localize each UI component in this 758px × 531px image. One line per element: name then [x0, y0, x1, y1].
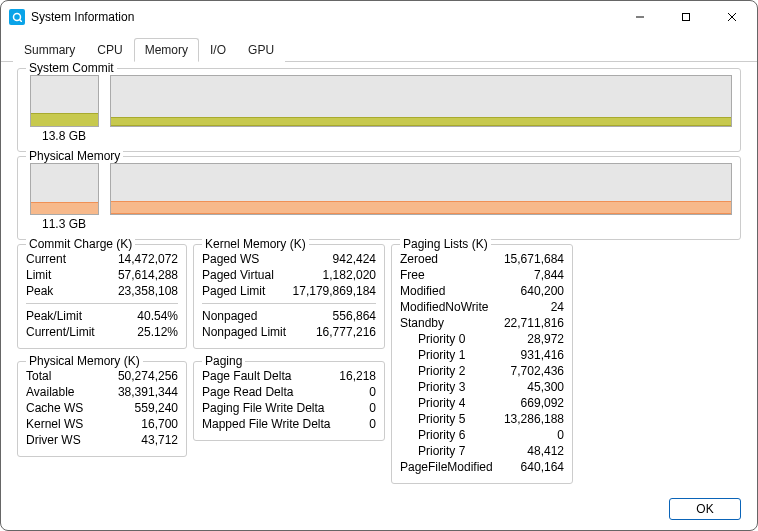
graph-legend: System Commit [26, 61, 117, 75]
window: { "window": { "title": "System Informati… [0, 0, 758, 531]
stat-row: Priority 60 [400, 427, 564, 443]
phys-caption: 11.3 GB [26, 217, 102, 231]
stat-value: 45,300 [527, 379, 564, 395]
stat-row: Priority 028,972 [400, 331, 564, 347]
stat-value: 22,711,816 [504, 315, 564, 331]
stat-row: PageFileModified640,164 [400, 459, 564, 475]
group-legend: Paging [202, 354, 245, 368]
stat-value: 0 [557, 427, 564, 443]
tab-summary[interactable]: Summary [13, 38, 86, 62]
stat-label: Driver WS [26, 432, 81, 448]
stat-label: Paged Virtual [202, 267, 274, 283]
titlebar: System Information [1, 1, 757, 33]
stat-value: 48,412 [527, 443, 564, 459]
stat-label: Priority 0 [400, 331, 465, 347]
stat-label: Mapped File Write Delta [202, 416, 331, 432]
tab-gpu[interactable]: GPU [237, 38, 285, 62]
tab-cpu[interactable]: CPU [86, 38, 133, 62]
stat-label: Available [26, 384, 74, 400]
stat-label: PageFileModified [400, 459, 493, 475]
stat-row: Mapped File Write Delta0 [202, 416, 376, 432]
stat-label: Priority 3 [400, 379, 465, 395]
stat-label: Cache WS [26, 400, 83, 416]
stat-row: Priority 27,702,436 [400, 363, 564, 379]
stat-value: 43,712 [141, 432, 178, 448]
maximize-button[interactable] [663, 1, 709, 33]
stat-row: Cache WS559,240 [26, 400, 178, 416]
stat-row: Standby22,711,816 [400, 315, 564, 331]
stat-row: Free7,844 [400, 267, 564, 283]
stat-label: Standby [400, 315, 444, 331]
ok-button[interactable]: OK [669, 498, 741, 520]
stat-label: Priority 2 [400, 363, 465, 379]
stat-value: 57,614,288 [118, 267, 178, 283]
tab-content-memory: System Commit 13.8 GB Physical Memory 11… [1, 62, 757, 498]
stat-label: Total [26, 368, 51, 384]
commit-caption: 13.8 GB [26, 129, 102, 143]
stat-row: Zeroed15,671,684 [400, 251, 564, 267]
group-legend: Paging Lists (K) [400, 237, 491, 251]
group-paging: Paging Page Fault Delta16,218Page Read D… [193, 361, 385, 441]
stat-value: 24 [551, 299, 564, 315]
stat-label: Priority 6 [400, 427, 465, 443]
stat-value: 7,702,436 [511, 363, 564, 379]
group-legend: Physical Memory (K) [26, 354, 143, 368]
stat-row: Priority 4669,092 [400, 395, 564, 411]
stat-row: Limit57,614,288 [26, 267, 178, 283]
group-legend: Commit Charge (K) [26, 237, 135, 251]
stat-label: Page Fault Delta [202, 368, 291, 384]
stat-row: Nonpaged Limit16,777,216 [202, 324, 376, 340]
phys-history-graph [110, 163, 732, 215]
commit-history-graph [110, 75, 732, 127]
tab-memory[interactable]: Memory [134, 38, 199, 62]
stat-label: Paged WS [202, 251, 259, 267]
stat-value: 13,286,188 [504, 411, 564, 427]
stat-value: 640,164 [521, 459, 564, 475]
close-button[interactable] [709, 1, 755, 33]
group-physical-memory: Physical Memory (K) Total50,274,256Avail… [17, 361, 187, 457]
stat-label: ModifiedNoWrite [400, 299, 488, 315]
stat-value: 7,844 [534, 267, 564, 283]
stat-value: 1,182,020 [323, 267, 376, 283]
stat-row: Paged Limit17,179,869,184 [202, 283, 376, 299]
stat-label: Priority 4 [400, 395, 465, 411]
stat-row: Current/Limit25.12% [26, 324, 178, 340]
stat-value: 0 [369, 416, 376, 432]
tab-io[interactable]: I/O [199, 38, 237, 62]
stat-row: Paged WS942,424 [202, 251, 376, 267]
graph-legend: Physical Memory [26, 149, 123, 163]
stat-row: Total50,274,256 [26, 368, 178, 384]
group-commit-charge: Commit Charge (K) Current14,472,072Limit… [17, 244, 187, 349]
stat-value: 16,218 [339, 368, 376, 384]
stat-value: 0 [369, 400, 376, 416]
group-legend: Kernel Memory (K) [202, 237, 309, 251]
stat-label: Current/Limit [26, 324, 95, 340]
stat-row: Modified640,200 [400, 283, 564, 299]
stat-row: Priority 513,286,188 [400, 411, 564, 427]
stat-label: Priority 7 [400, 443, 465, 459]
stat-row: Paging File Write Delta0 [202, 400, 376, 416]
app-icon [9, 9, 25, 25]
stat-label: Kernel WS [26, 416, 83, 432]
stat-label: Priority 5 [400, 411, 465, 427]
stat-label: Priority 1 [400, 347, 465, 363]
stat-label: Free [400, 267, 425, 283]
stat-row: Page Fault Delta16,218 [202, 368, 376, 384]
stat-value: 14,472,072 [118, 251, 178, 267]
tab-bar: SummaryCPUMemoryI/OGPU [1, 33, 757, 62]
stat-value: 16,700 [141, 416, 178, 432]
stat-value: 50,274,256 [118, 368, 178, 384]
stat-value: 942,424 [333, 251, 376, 267]
stat-row: Priority 345,300 [400, 379, 564, 395]
svg-rect-3 [683, 14, 690, 21]
minimize-button[interactable] [617, 1, 663, 33]
svg-line-1 [20, 20, 23, 23]
stat-label: Current [26, 251, 66, 267]
stat-value: 17,179,869,184 [293, 283, 376, 299]
group-paging-lists: Paging Lists (K) Zeroed15,671,684Free7,8… [391, 244, 573, 484]
stat-label: Paging File Write Delta [202, 400, 325, 416]
stat-row: Driver WS43,712 [26, 432, 178, 448]
stat-row: Page Read Delta0 [202, 384, 376, 400]
svg-point-0 [14, 14, 21, 21]
stat-row: ModifiedNoWrite24 [400, 299, 564, 315]
